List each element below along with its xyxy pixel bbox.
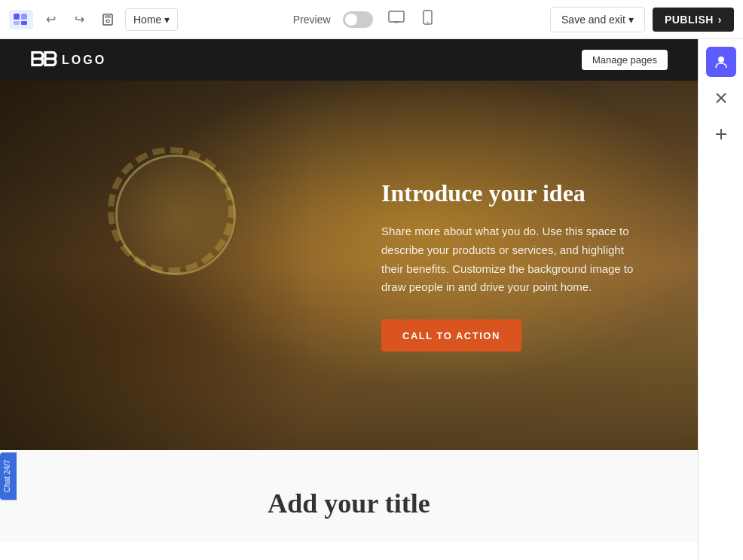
- toolbar-left: ↩ ↪ Home ▾: [9, 8, 178, 31]
- cta-label: CALL TO ACTION: [402, 330, 500, 341]
- preview-toggle[interactable]: [343, 11, 373, 28]
- hero-title: Introduce your idea: [381, 179, 638, 207]
- hero-content: Introduce your idea Share more about wha…: [381, 179, 638, 352]
- svg-point-12: [718, 57, 724, 63]
- logo-symbol: ᗷᗷ: [30, 48, 56, 72]
- svg-point-6: [106, 20, 109, 23]
- publish-chevron-icon: ›: [718, 14, 722, 26]
- cta-button[interactable]: CALL TO ACTION: [381, 320, 521, 352]
- save-and-exit-button[interactable]: Save and exit ▾: [550, 7, 645, 32]
- svg-rect-5: [105, 14, 111, 18]
- svg-rect-7: [389, 11, 404, 22]
- svg-rect-3: [21, 21, 27, 25]
- manage-pages-label: Manage pages: [592, 54, 657, 66]
- main-area: ᗷᗷ LOGO Manage pages Int: [0, 39, 743, 560]
- site-header: ᗷᗷ LOGO Manage pages: [0, 39, 698, 81]
- svg-rect-2: [14, 21, 20, 25]
- chat-widget[interactable]: Chat 24/7: [0, 452, 17, 500]
- section-title-area: Add your title: [0, 450, 698, 542]
- undo-button[interactable]: ↩: [39, 8, 62, 31]
- svg-rect-0: [14, 14, 20, 20]
- svg-point-11: [427, 22, 428, 23]
- site-preview: ᗷᗷ LOGO Manage pages Int: [0, 39, 698, 560]
- save-exit-label: Save and exit: [561, 14, 625, 26]
- publish-label: PUBLISH: [665, 14, 714, 26]
- toolbar-center: Preview: [178, 7, 550, 32]
- app-logo-icon: [9, 10, 33, 29]
- redo-button[interactable]: ↪: [68, 8, 90, 31]
- site-logo: ᗷᗷ LOGO: [30, 48, 106, 72]
- right-sidebar: [698, 39, 743, 560]
- logo-text: LOGO: [62, 54, 106, 67]
- home-label: Home: [133, 14, 161, 26]
- mobile-view-button[interactable]: [420, 7, 436, 32]
- canvas-area: ᗷᗷ LOGO Manage pages Int: [0, 39, 698, 560]
- svg-rect-1: [21, 14, 27, 20]
- sidebar-people-button[interactable]: [706, 47, 736, 77]
- toolbar: ↩ ↪ Home ▾ Preview: [0, 0, 743, 39]
- publish-button[interactable]: PUBLISH ›: [653, 8, 734, 32]
- sidebar-add-button[interactable]: [706, 119, 736, 149]
- home-button[interactable]: Home ▾: [125, 8, 178, 31]
- preview-label: Preview: [293, 14, 331, 26]
- sidebar-close-button[interactable]: [706, 83, 736, 113]
- chat-label: Chat 24/7: [3, 460, 11, 492]
- desktop-view-button[interactable]: [385, 8, 408, 31]
- section-title: Add your title: [30, 488, 668, 519]
- save-exit-chevron-icon: ▾: [628, 14, 634, 26]
- manage-pages-button[interactable]: Manage pages: [582, 50, 668, 70]
- hero-section: Introduce your idea Share more about wha…: [0, 81, 698, 450]
- toolbar-right: Save and exit ▾ PUBLISH ›: [550, 7, 734, 32]
- chevron-down-icon: ▾: [164, 14, 170, 26]
- hero-description: Share more about what you do. Use this s…: [381, 222, 638, 297]
- save-icon-button[interactable]: [96, 8, 119, 31]
